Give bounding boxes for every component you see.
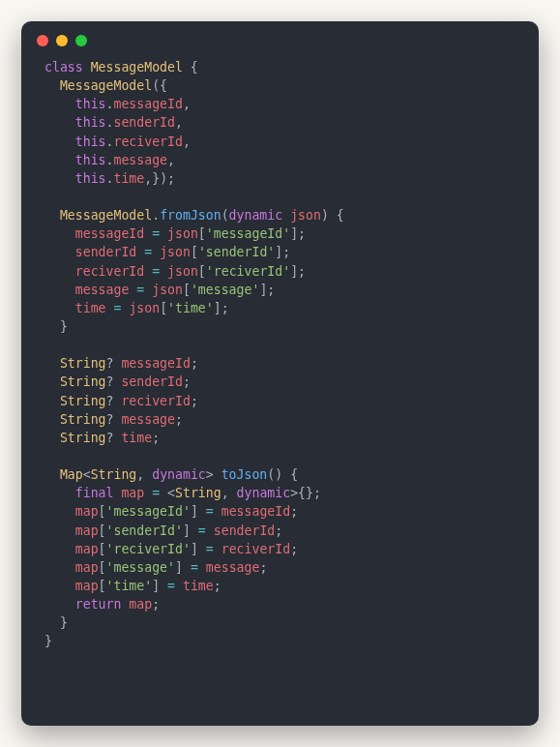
- code-token: reciverId: [121, 394, 190, 408]
- code-token: ,: [175, 115, 183, 130]
- code-token: [44, 374, 60, 389]
- code-token: =: [167, 579, 175, 593]
- code-token: =: [198, 523, 206, 538]
- code-token: map: [75, 542, 99, 556]
- code-token: ;: [259, 560, 267, 575]
- code-token: [44, 597, 75, 612]
- code-token: this: [75, 134, 106, 149]
- code-line: }: [44, 632, 516, 650]
- maximize-icon[interactable]: [75, 35, 87, 46]
- code-token: String: [60, 394, 106, 408]
- code-token: MessageModel: [91, 60, 183, 75]
- code-token: ?: [106, 374, 122, 389]
- code-token: ?: [106, 412, 122, 427]
- code-token: dynamic: [152, 467, 206, 482]
- code-line: class MessageModel {: [44, 58, 516, 76]
- code-token: () {: [267, 467, 298, 482]
- code-line: message = json['message'];: [44, 281, 516, 299]
- code-token: map: [75, 504, 99, 519]
- code-line: [44, 447, 516, 465]
- code-token: [44, 412, 60, 427]
- code-token: [282, 208, 290, 223]
- code-token: time: [183, 579, 214, 593]
- code-token: =: [152, 226, 160, 241]
- code-token: <: [83, 467, 91, 482]
- code-token: =: [206, 504, 214, 519]
- code-token: ,: [136, 467, 152, 482]
- code-token: [: [160, 301, 167, 315]
- code-line: map['message'] = message;: [44, 558, 516, 577]
- code-token: [44, 264, 75, 279]
- code-token: time: [121, 431, 152, 445]
- code-token: >: [206, 467, 221, 482]
- code-token: [44, 97, 75, 111]
- code-line: this.messageId,: [44, 95, 516, 113]
- code-token: =: [191, 560, 198, 575]
- code-token: [: [99, 523, 106, 538]
- code-line: map['reciverId'] = reciverId;: [44, 540, 516, 558]
- code-token: message: [121, 412, 175, 427]
- code-token: 'time': [106, 579, 153, 593]
- code-line: [44, 336, 516, 354]
- code-token: 'reciverId': [106, 542, 191, 556]
- code-token: [: [198, 226, 206, 241]
- code-token: [44, 283, 75, 297]
- code-line: MessageModel({: [44, 76, 516, 95]
- code-token: message: [75, 283, 130, 297]
- code-token: .: [152, 208, 160, 223]
- code-token: json: [167, 226, 198, 241]
- code-token: json: [290, 208, 321, 223]
- code-token: [214, 542, 221, 556]
- code-token: ,: [221, 486, 237, 500]
- code-line: [44, 188, 516, 206]
- code-window: class MessageModel { MessageModel({ this…: [21, 21, 539, 726]
- code-token: [214, 504, 221, 519]
- code-token: [44, 431, 60, 445]
- code-line: this.senderId,: [44, 113, 516, 132]
- code-token: =: [144, 245, 152, 259]
- code-token: String: [91, 467, 137, 482]
- code-token: time: [113, 171, 144, 186]
- code-token: String: [60, 356, 106, 371]
- code-token: ,: [183, 97, 191, 111]
- code-line: return map;: [44, 595, 516, 613]
- code-token: map: [75, 579, 99, 593]
- code-token: reciverId: [75, 264, 144, 279]
- code-token: [160, 264, 167, 279]
- code-token: ;: [191, 356, 198, 371]
- code-line: }: [44, 613, 516, 632]
- code-token: ];: [214, 301, 229, 315]
- code-token: String: [60, 412, 106, 427]
- close-icon[interactable]: [37, 35, 48, 46]
- code-token: toJson: [221, 467, 268, 482]
- code-token: [44, 467, 60, 482]
- code-token: senderId: [113, 115, 175, 130]
- code-token: [44, 115, 75, 130]
- code-token: this: [75, 153, 106, 167]
- code-token: 'message': [106, 560, 175, 575]
- code-line: time = json['time'];: [44, 299, 516, 317]
- code-token: [144, 486, 152, 500]
- code-token: ) {: [321, 208, 344, 223]
- code-line: }: [44, 317, 516, 336]
- code-token: MessageModel: [60, 78, 152, 93]
- code-token: [44, 394, 60, 408]
- code-line: reciverId = json['reciverId'];: [44, 262, 516, 281]
- code-token: json: [167, 264, 198, 279]
- code-token: }: [44, 615, 68, 630]
- code-token: dynamic: [229, 208, 283, 223]
- code-token: [: [99, 504, 106, 519]
- code-token: 'reciverId': [206, 264, 290, 279]
- code-token: String: [175, 486, 221, 500]
- code-token: ;: [290, 504, 298, 519]
- code-token: ]: [152, 579, 167, 593]
- code-token: [44, 78, 60, 93]
- code-token: 'message': [191, 283, 259, 297]
- code-token: =: [152, 264, 160, 279]
- code-token: this: [75, 97, 106, 111]
- code-token: ?: [106, 356, 122, 371]
- code-token: this: [75, 115, 106, 130]
- minimize-icon[interactable]: [56, 35, 68, 46]
- code-token: ;: [290, 542, 298, 556]
- code-token: messageId: [75, 226, 144, 241]
